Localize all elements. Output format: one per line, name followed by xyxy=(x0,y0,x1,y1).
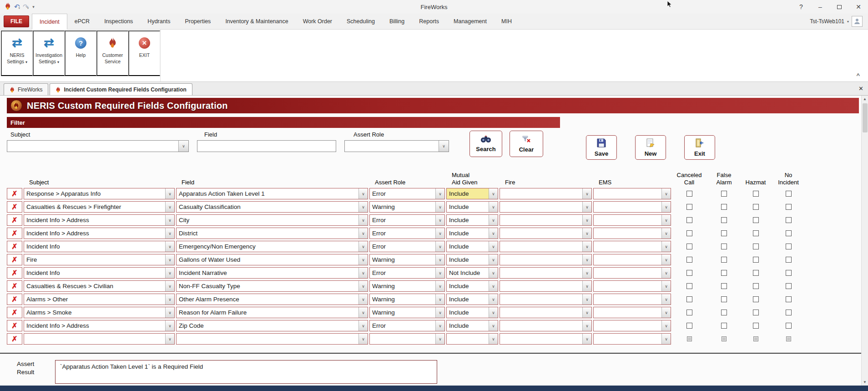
field-select[interactable]: Reason for Alarm Failure ∨ xyxy=(176,307,368,318)
filter-subject-select[interactable]: ∨ xyxy=(7,140,189,152)
false-alarm-checkbox[interactable] xyxy=(721,270,727,276)
ems-select[interactable]: ∨ xyxy=(593,228,671,239)
mutual-aid-given-select[interactable]: Include ∨ xyxy=(446,214,498,226)
chevron-down-icon[interactable]: ∨ xyxy=(582,254,591,265)
chevron-down-icon[interactable]: ∨ xyxy=(489,294,498,305)
field-select[interactable]: Incident Narrative ∨ xyxy=(176,267,368,279)
canceled-call-checkbox[interactable] xyxy=(687,336,692,341)
chevron-down-icon[interactable]: ∨ xyxy=(489,268,498,278)
hazmat-checkbox[interactable] xyxy=(753,230,759,236)
chevron-down-icon[interactable]: ∨ xyxy=(582,281,591,291)
hazmat-checkbox[interactable] xyxy=(753,244,759,249)
chevron-down-icon[interactable]: ∨ xyxy=(661,188,671,199)
chevron-down-icon[interactable]: ∨ xyxy=(358,188,368,199)
chevron-down-icon[interactable]: ∨ xyxy=(435,281,444,291)
menu-tab-mih[interactable]: MIH xyxy=(494,14,519,29)
menu-tab-billing[interactable]: Billing xyxy=(382,14,412,29)
false-alarm-checkbox[interactable] xyxy=(721,191,727,197)
no-incident-checkbox[interactable] xyxy=(786,283,792,289)
vertical-scrollbar[interactable]: ▲ ▼ xyxy=(861,96,868,386)
chevron-down-icon[interactable]: ∨ xyxy=(661,307,671,318)
chevron-down-icon[interactable]: ∨ xyxy=(358,320,368,331)
assert-role-select[interactable]: Warning ∨ xyxy=(369,201,445,213)
chevron-down-icon[interactable]: ∨ xyxy=(489,281,498,291)
chevron-down-icon[interactable]: ∨ xyxy=(435,307,444,318)
subject-select[interactable]: Response > Apparatus Info ∨ xyxy=(24,188,175,199)
subject-select[interactable]: Incident Info > Address ∨ xyxy=(24,228,175,239)
field-select[interactable]: Casualty Classification ∨ xyxy=(176,201,368,213)
mutual-aid-given-select[interactable]: Include ∨ xyxy=(446,241,498,252)
fire-select[interactable]: ∨ xyxy=(500,201,592,213)
collapse-ribbon-button[interactable]: ^ xyxy=(856,72,860,79)
chevron-down-icon[interactable]: ∨ xyxy=(165,202,174,212)
chevron-down-icon[interactable]: ∨ xyxy=(489,202,498,212)
chevron-down-icon[interactable]: ∨ xyxy=(582,268,591,278)
mutual-aid-given-select[interactable]: Include ∨ xyxy=(446,228,498,239)
ems-select[interactable]: ∨ xyxy=(593,254,671,265)
maximize-button[interactable] xyxy=(830,3,849,10)
fire-select[interactable]: ∨ xyxy=(500,267,592,279)
assert-role-select[interactable]: Error ∨ xyxy=(369,214,445,226)
mutual-aid-given-select[interactable]: Include ∨ xyxy=(446,280,498,292)
minimize-button[interactable]: – xyxy=(811,3,830,10)
chevron-down-icon[interactable]: ∨ xyxy=(661,334,671,344)
fire-select[interactable]: ∨ xyxy=(500,228,592,239)
doc-tab-incident-custom-required-fields[interactable]: Incident Custom Required Fields Configur… xyxy=(50,83,192,95)
chevron-down-icon[interactable]: ∨ xyxy=(582,202,591,212)
customer-service-button[interactable]: Customer Service xyxy=(96,30,128,76)
subject-select[interactable]: Incident Info ∨ xyxy=(24,267,175,279)
false-alarm-checkbox[interactable] xyxy=(721,296,727,302)
subject-select[interactable]: Casualties & Rescues > Civilian ∨ xyxy=(24,280,175,292)
hazmat-checkbox[interactable] xyxy=(753,336,758,341)
chevron-down-icon[interactable]: ∨ xyxy=(489,320,498,331)
chevron-down-icon[interactable]: ∨ xyxy=(661,215,671,225)
scroll-up-button[interactable]: ▲ xyxy=(862,96,868,102)
hazmat-checkbox[interactable] xyxy=(753,310,759,315)
fire-select[interactable]: ∨ xyxy=(500,307,592,318)
field-select[interactable]: Gallons of Water Used ∨ xyxy=(176,254,368,265)
menu-tab-epcr[interactable]: ePCR xyxy=(67,14,97,29)
mutual-aid-given-select[interactable]: ∨ xyxy=(446,333,498,345)
chevron-down-icon[interactable]: ∨ xyxy=(435,215,444,225)
chevron-down-icon[interactable]: ∨ xyxy=(165,294,174,305)
fire-select[interactable]: ∨ xyxy=(500,214,592,226)
assert-role-select[interactable]: Warning ∨ xyxy=(369,307,445,318)
assert-role-select[interactable]: Error ∨ xyxy=(369,188,445,199)
no-incident-checkbox[interactable] xyxy=(786,296,792,302)
chevron-down-icon[interactable]: ∨ xyxy=(358,281,368,291)
chevron-down-icon[interactable]: ∨ xyxy=(435,268,444,278)
chevron-down-icon[interactable]: ∨ xyxy=(489,241,498,252)
canceled-call-checkbox[interactable] xyxy=(686,244,692,249)
chevron-down-icon[interactable]: ∨ xyxy=(582,307,591,318)
ems-select[interactable]: ∨ xyxy=(593,241,671,252)
doc-tab-fireworks[interactable]: FireWorks xyxy=(4,83,48,95)
fire-select[interactable]: ∨ xyxy=(500,241,592,252)
chevron-down-icon[interactable]: ∨ xyxy=(661,281,671,291)
scroll-thumb[interactable] xyxy=(863,103,868,132)
menu-tab-scheduling[interactable]: Scheduling xyxy=(339,14,382,29)
delete-row-button[interactable]: ✗ xyxy=(7,241,22,252)
field-select[interactable]: ∨ xyxy=(176,333,368,345)
fire-select[interactable]: ∨ xyxy=(500,280,592,292)
assert-role-select[interactable]: Error ∨ xyxy=(369,241,445,252)
menu-tab-properties[interactable]: Properties xyxy=(177,14,218,29)
chevron-down-icon[interactable]: ∨ xyxy=(165,215,174,225)
subject-select[interactable]: Alarms > Other ∨ xyxy=(24,294,175,305)
clear-button[interactable]: Clear xyxy=(510,131,543,157)
ems-select[interactable]: ∨ xyxy=(593,280,671,292)
filter-assert-role-select[interactable]: ∨ xyxy=(344,140,449,152)
subject-select[interactable]: Fire ∨ xyxy=(24,254,175,265)
ems-select[interactable]: ∨ xyxy=(593,214,671,226)
chevron-down-icon[interactable]: ∨ xyxy=(582,241,591,252)
chevron-down-icon[interactable]: ∨ xyxy=(165,320,174,331)
no-incident-checkbox[interactable] xyxy=(786,257,792,263)
subject-select[interactable]: Alarms > Smoke ∨ xyxy=(24,307,175,318)
field-select[interactable]: Zip Code ∨ xyxy=(176,320,368,331)
mutual-aid-given-select[interactable]: Not Include ∨ xyxy=(446,267,498,279)
no-incident-checkbox[interactable] xyxy=(786,270,792,276)
field-select[interactable]: Other Alarm Presence ∨ xyxy=(176,294,368,305)
menu-tab-work-order[interactable]: Work Order xyxy=(296,14,339,29)
false-alarm-checkbox[interactable] xyxy=(721,230,727,236)
mutual-aid-given-select[interactable]: Include ∨ xyxy=(446,201,498,213)
chevron-down-icon[interactable]: ∨ xyxy=(165,228,174,239)
